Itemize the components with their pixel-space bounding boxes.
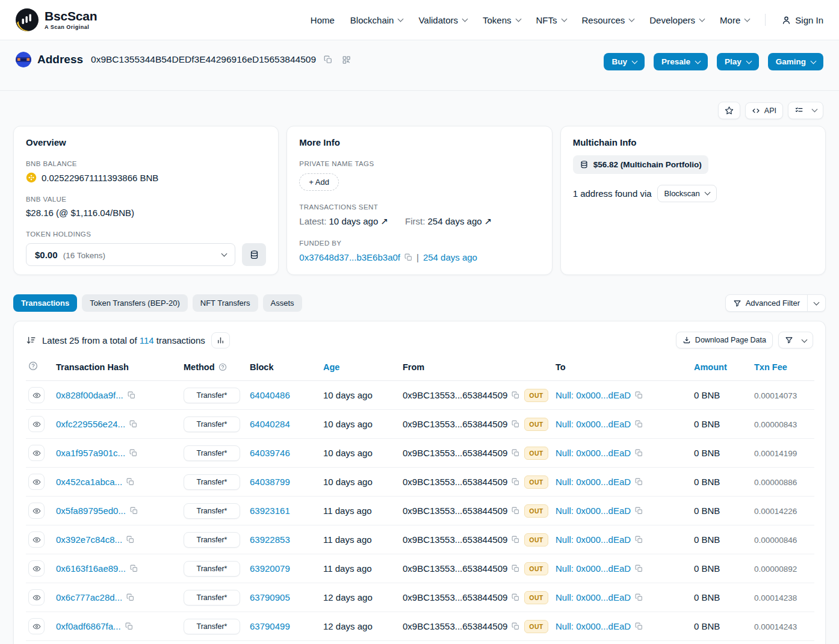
copy-icon[interactable] [126,536,134,543]
tx-hash-link[interactable]: 0xf0adf6867fa... [56,621,121,631]
preview-eye-button[interactable] [28,474,45,490]
copy-icon[interactable] [512,507,519,515]
from-address[interactable]: 0x9BC13553...653844509 [403,390,507,400]
method-badge[interactable]: Transfer* [184,416,240,432]
copy-icon[interactable] [635,536,643,543]
first-tx-link[interactable]: 254 days ago ↗ [428,216,492,226]
tx-hash-link[interactable]: 0x392e7c84c8... [56,534,122,545]
tab-nft-transfers[interactable]: NFT Transfers [193,294,258,312]
column-header-age[interactable]: Age [321,356,400,381]
gaming-button[interactable]: Gaming [768,53,823,70]
tx-hash-link[interactable]: 0xfc229556e24... [56,419,125,429]
method-badge[interactable]: Transfer* [184,388,240,403]
sign-in-button[interactable]: Sign In [781,15,823,25]
method-badge[interactable]: Transfer* [184,619,240,634]
funded-age-link[interactable]: 254 days ago [423,252,477,262]
copy-icon[interactable] [635,565,643,572]
block-link[interactable]: 64039746 [250,448,290,458]
copy-icon[interactable] [125,622,133,630]
tx-hash-link[interactable]: 0xa1f957a901c... [56,448,125,458]
tx-hash-link[interactable]: 0x5fa89795ed0... [56,506,126,516]
token-holdings-select[interactable]: $0.00 (16 Tokens) [26,243,235,266]
copy-icon[interactable] [512,622,519,630]
tab-token-transfers[interactable]: Token Transfers (BEP-20) [82,294,188,312]
method-badge[interactable]: Transfer* [184,561,240,577]
nav-blockchain[interactable]: Blockchain [350,15,403,25]
copy-icon[interactable] [635,507,643,515]
method-badge[interactable]: Transfer* [184,474,240,490]
copy-icon[interactable] [512,536,519,543]
block-link[interactable]: 63790499 [250,621,290,631]
block-link[interactable]: 64038799 [250,477,290,487]
copy-icon[interactable] [512,593,519,601]
block-link[interactable]: 64040284 [250,419,290,429]
from-address[interactable]: 0x9BC13553...653844509 [403,506,507,516]
from-address[interactable]: 0x9BC13553...653844509 [403,621,507,631]
to-address-link[interactable]: Null: 0x000...dEaD [556,477,631,487]
method-badge[interactable]: Transfer* [184,503,240,519]
to-address-link[interactable]: Null: 0x000...dEaD [556,592,631,602]
block-link[interactable]: 63920079 [250,563,290,574]
total-transactions-link[interactable]: 114 [140,335,154,345]
nav-resources[interactable]: Resources [582,15,634,25]
qr-code-button[interactable] [340,54,353,66]
method-badge[interactable]: Transfer* [184,532,240,548]
age-value[interactable]: 12 days ago [323,621,373,631]
age-value[interactable]: 11 days ago [323,506,372,516]
copy-icon[interactable] [512,420,519,428]
preview-eye-button[interactable] [28,531,45,548]
preview-eye-button[interactable] [28,560,45,577]
table-filter-button[interactable] [778,332,813,348]
copy-icon[interactable] [512,478,519,486]
api-button[interactable]: API [745,102,783,119]
copy-icon[interactable] [635,622,643,630]
to-address-link[interactable]: Null: 0x000...dEaD [556,621,631,631]
copy-icon[interactable] [635,478,643,486]
copy-icon[interactable] [128,391,135,399]
nav-developers[interactable]: Developers [649,15,704,25]
help-icon[interactable] [28,361,38,371]
age-value[interactable]: 10 days ago [323,419,373,429]
advanced-filter-button[interactable]: Advanced Filter [726,295,807,311]
copy-icon[interactable] [129,449,137,457]
copy-address-button[interactable] [322,54,334,66]
copy-icon[interactable] [512,565,519,572]
preview-eye-button[interactable] [28,503,45,519]
copy-icon[interactable] [512,449,519,457]
preview-eye-button[interactable] [28,618,45,634]
provider-select[interactable]: Blockscan [657,185,717,202]
preview-eye-button[interactable] [28,445,45,461]
block-link[interactable]: 63922853 [250,534,290,545]
method-badge[interactable]: Transfer* [184,445,240,461]
preview-eye-button[interactable] [28,416,45,432]
buy-button[interactable]: Buy [604,53,645,70]
column-header-fee[interactable]: Txn Fee [752,356,814,381]
copy-icon[interactable] [635,420,643,428]
nav-nfts[interactable]: NFTs [536,15,566,25]
tx-hash-link[interactable]: 0x6163f16ae89... [56,563,126,574]
copy-icon[interactable] [130,507,138,515]
to-address-link[interactable]: Null: 0x000...dEaD [556,390,631,400]
from-address[interactable]: 0x9BC13553...653844509 [403,563,507,574]
nav-tokens[interactable]: Tokens [483,15,521,25]
age-value[interactable]: 10 days ago [323,448,373,458]
sort-icon[interactable] [26,335,36,345]
to-address-link[interactable]: Null: 0x000...dEaD [556,563,631,574]
from-address[interactable]: 0x9BC13553...653844509 [403,534,507,545]
copy-icon[interactable] [635,449,643,457]
block-link[interactable]: 63790905 [250,592,290,602]
advanced-filter-dropdown[interactable] [807,295,825,311]
play-button[interactable]: Play [717,53,759,70]
from-address[interactable]: 0x9BC13553...653844509 [403,448,507,458]
copy-icon[interactable] [126,478,134,486]
funded-by-address-link[interactable]: 0x37648d37...b3E6b3a0f [299,252,400,262]
method-badge[interactable]: Transfer* [184,590,240,605]
age-value[interactable]: 11 days ago [323,534,372,545]
tx-hash-link[interactable]: 0x452ca1abca... [56,477,122,487]
copy-icon[interactable] [635,391,643,399]
from-address[interactable]: 0x9BC13553...653844509 [403,477,507,487]
copy-icon[interactable] [404,253,412,261]
nav-home[interactable]: Home [311,15,335,25]
tx-hash-link[interactable]: 0x828f00daa9f... [56,390,123,400]
copy-icon[interactable] [512,391,519,399]
